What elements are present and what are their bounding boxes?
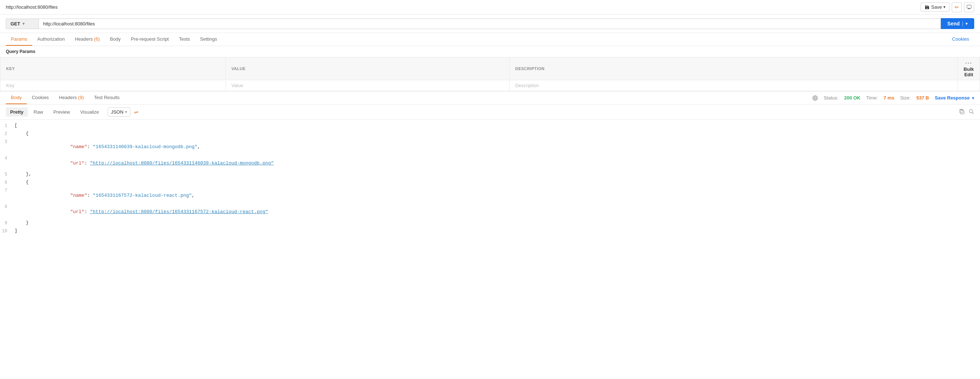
response-tab-headers[interactable]: Headers (9)	[54, 91, 89, 104]
status-value: 200 OK	[844, 95, 861, 101]
time-value: 7 ms	[884, 95, 894, 101]
filter-icon[interactable]: ⇌	[134, 109, 138, 115]
col-key: KEY	[0, 58, 226, 80]
tab-headers[interactable]: Headers (6)	[70, 33, 105, 46]
col-value: VALUE	[226, 58, 509, 80]
response-body-tabs: Pretty Raw Preview Visualize JSON ▾ ⇌	[0, 104, 980, 120]
table-row: Key Value Description	[0, 80, 980, 91]
send-button[interactable]: Send | ▾	[941, 18, 974, 29]
tab-prerequest[interactable]: Pre-request Script	[126, 33, 174, 46]
line-10: 10 ]	[0, 228, 980, 236]
bulk-edit-button[interactable]: Bulk Edit	[964, 66, 974, 77]
line-3: 3 "name": "1654331146039-kalacloud-mongo…	[0, 139, 980, 155]
body-tab-raw[interactable]: Raw	[29, 107, 48, 117]
globe-icon	[812, 95, 818, 101]
description-cell[interactable]: Description	[509, 80, 958, 91]
body-tab-pretty[interactable]: Pretty	[6, 107, 28, 117]
response-tab-body[interactable]: Body	[6, 91, 27, 104]
tab-tests[interactable]: Tests	[174, 33, 195, 46]
params-table: KEY VALUE DESCRIPTION ··· Bulk Edit	[0, 57, 980, 91]
key-cell[interactable]: Key	[0, 80, 226, 91]
tab-body[interactable]: Body	[105, 33, 126, 46]
time-label: Time:	[866, 95, 878, 101]
code-view: 1 [ 2 { 3 "name": "1654331146039-kalaclo…	[0, 120, 980, 239]
save-response-button[interactable]: Save Response ▾	[935, 95, 974, 101]
copy-icon[interactable]	[959, 109, 965, 116]
line-1: 1 [	[0, 123, 980, 131]
line-8: 8 "url": "http://localhost:8080/files/16…	[0, 204, 980, 220]
format-select[interactable]: JSON ▾	[108, 107, 130, 117]
line-5: 5 },	[0, 171, 980, 179]
url-input[interactable]	[38, 19, 941, 29]
request-tabs: Params Authorization Headers (6) Body Pr…	[0, 33, 980, 46]
method-select[interactable]: GET ▾	[6, 19, 38, 29]
main-content: GET ▾ Send | ▾ Params Authorization Head…	[0, 14, 980, 379]
size-value: 537 B	[916, 95, 929, 101]
actions-cell	[958, 80, 980, 91]
response-tabs-row: Body Cookies Headers (9) Test Results S	[0, 91, 980, 104]
col-description: DESCRIPTION	[509, 58, 958, 80]
tab-settings[interactable]: Settings	[195, 33, 222, 46]
upper-section: GET ▾ Send | ▾ Params Authorization Head…	[0, 14, 980, 91]
tab-cookies[interactable]: Cookies	[947, 33, 974, 46]
comment-button[interactable]	[964, 2, 974, 12]
status-label: Status:	[824, 95, 838, 101]
top-bar-actions: Save ▾ ✏	[921, 2, 974, 12]
save-button[interactable]: Save ▾	[921, 3, 950, 11]
url-link-2[interactable]: "http://localhost:8080/files/16543311675…	[90, 209, 268, 214]
line-7: 7 "name": "1654331167572-kalacloud-react…	[0, 187, 980, 204]
response-status: Status: 200 OK Time: 7 ms Size: 537 B Sa…	[812, 95, 974, 101]
method-label: GET	[11, 21, 20, 27]
svg-line-9	[972, 112, 974, 114]
code-area: 1 [ 2 { 3 "name": "1654331146039-kalaclo…	[0, 120, 980, 379]
line-6: 6 {	[0, 179, 980, 187]
svg-rect-6	[961, 110, 964, 114]
response-section: Body Cookies Headers (9) Test Results S	[0, 91, 980, 379]
url-link-1[interactable]: "http://localhost:8080/files/16543311460…	[90, 160, 274, 166]
svg-rect-0	[967, 5, 971, 8]
top-bar: http://localhost:8080/files Save ▾ ✏	[0, 0, 980, 14]
more-options-icon[interactable]: ···	[965, 60, 972, 66]
size-label: Size:	[900, 95, 911, 101]
save-icon	[924, 5, 930, 10]
line-4: 4 "url": "http://localhost:8080/files/16…	[0, 155, 980, 171]
body-action-icons	[959, 109, 974, 116]
query-params-label: Query Params	[0, 46, 980, 57]
search-icon[interactable]	[969, 109, 974, 116]
body-tab-preview[interactable]: Preview	[49, 107, 74, 117]
col-actions: ··· Bulk Edit	[958, 58, 980, 80]
top-bar-url: http://localhost:8080/files	[6, 4, 57, 10]
line-2: 2 {	[0, 131, 980, 139]
comment-icon	[967, 5, 972, 10]
edit-button[interactable]: ✏	[952, 2, 962, 12]
tab-params[interactable]: Params	[6, 33, 32, 46]
value-cell[interactable]: Value	[226, 80, 509, 91]
tab-authorization[interactable]: Authorization	[32, 33, 70, 46]
response-tab-cookies[interactable]: Cookies	[27, 91, 54, 104]
response-tab-test-results[interactable]: Test Results	[89, 91, 125, 104]
request-bar: GET ▾ Send | ▾	[0, 14, 980, 33]
body-tab-visualize[interactable]: Visualize	[76, 107, 103, 117]
line-9: 9 }	[0, 220, 980, 228]
